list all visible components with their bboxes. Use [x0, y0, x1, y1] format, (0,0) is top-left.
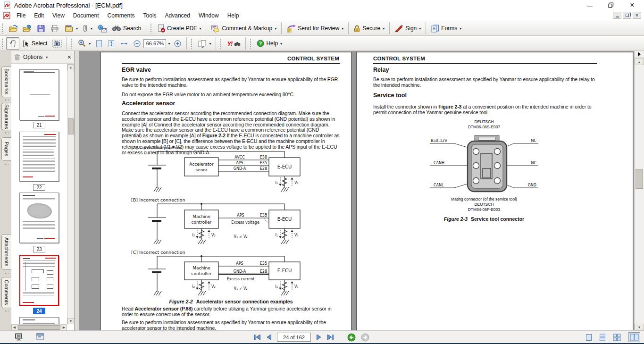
search-button[interactable]: Search — [109, 22, 143, 34]
thumbnail-label-22[interactable]: 22 — [33, 184, 45, 191]
zoom-level-input[interactable]: 66.67% — [143, 39, 166, 48]
thumbnail-page-22[interactable] — [19, 132, 59, 182]
toolbar-grip[interactable] — [250, 38, 252, 49]
comment-markup-button[interactable]: Comment & Markup ▾ — [209, 22, 279, 34]
panel-splitter[interactable] — [75, 51, 79, 330]
window-restore-button[interactable] — [604, 1, 618, 9]
menu-document[interactable]: Document — [69, 11, 103, 20]
document-vertical-scrollbar[interactable]: ▲ ▼ — [634, 51, 644, 330]
save-button[interactable] — [34, 22, 48, 34]
window-close-button[interactable]: × — [625, 1, 639, 9]
tab-grip[interactable] — [3, 310, 9, 312]
tab-pages[interactable]: Pages — [1, 137, 11, 161]
scrollbar-thumb[interactable] — [636, 169, 643, 189]
menu-view[interactable]: View — [48, 11, 69, 20]
scrollbar-thumb[interactable] — [18, 325, 60, 330]
tab-bookmarks[interactable]: Bookmarks — [1, 66, 11, 97]
previous-view-button[interactable] — [347, 333, 356, 342]
document-restore-button[interactable] — [623, 12, 631, 19]
select-tool-button[interactable]: Select — [19, 37, 50, 50]
thumbnail-page-23[interactable] — [19, 193, 59, 243]
sign-button[interactable]: Sign ▾ — [392, 22, 423, 34]
continuous-facing-button[interactable] — [613, 334, 621, 341]
document-area[interactable]: CONTROL SYSTEM EGR valve Be sure to perf… — [79, 51, 634, 330]
single-page-button[interactable] — [585, 334, 592, 341]
open-web-button[interactable] — [20, 22, 34, 34]
thumbnail-label-21[interactable]: 21 — [33, 122, 45, 128]
tab-grip[interactable] — [3, 132, 9, 134]
zoom-level-dropdown[interactable]: ▾ — [166, 37, 171, 50]
menu-comments[interactable]: Comments — [103, 11, 139, 20]
thumbnail-page-21[interactable] — [19, 69, 59, 120]
tab-grip[interactable] — [3, 162, 9, 165]
create-pdf-button[interactable]: Create PDF ▾ — [155, 22, 203, 34]
open-button[interactable] — [6, 22, 20, 34]
collapse-pane-button[interactable] — [635, 51, 644, 58]
snapshot-button[interactable] — [50, 37, 64, 50]
tab-grip[interactable] — [3, 99, 9, 101]
menu-file[interactable]: File — [12, 11, 30, 20]
menu-window[interactable]: Window — [194, 11, 223, 20]
toolbar-grip[interactable] — [1, 38, 4, 49]
document-minimize-button[interactable] — [613, 12, 621, 19]
thumbnail-horizontal-scrollbar[interactable]: ◀ ▶ — [11, 324, 67, 330]
continuous-button[interactable] — [599, 334, 606, 341]
scroll-down-icon[interactable]: ▼ — [67, 318, 74, 324]
thumbnail-vertical-scrollbar[interactable]: ▲ ▼ — [67, 64, 74, 324]
page-number-input[interactable]: 24 of 162 — [277, 333, 311, 342]
scroll-down-icon[interactable]: ▼ — [635, 324, 644, 330]
forms-button[interactable]: Forms ▾ — [428, 22, 464, 34]
tab-signatures[interactable]: Signatures — [1, 103, 11, 130]
thumbnail-page-24[interactable] — [19, 255, 59, 306]
window-minimize-button[interactable] — [583, 1, 597, 9]
thumbnail-page-25-partial[interactable] — [19, 317, 59, 324]
hand-tool-button[interactable] — [6, 37, 19, 50]
document-close-button[interactable]: × — [633, 12, 641, 19]
tab-grip[interactable] — [3, 271, 9, 274]
panel-close-button[interactable]: × — [67, 54, 71, 60]
print-button[interactable] — [48, 22, 62, 34]
status-monitor-icon[interactable] — [14, 333, 24, 341]
zoom-tool-button[interactable]: ▾ — [75, 37, 93, 50]
thumbnail-label-23[interactable]: 23 — [33, 246, 45, 252]
next-page-button[interactable] — [316, 334, 322, 340]
scroll-up-icon[interactable]: ▲ — [635, 59, 644, 65]
yahoo-search-button[interactable]: Y! — [225, 37, 243, 50]
attach-button[interactable]: ▾ — [80, 22, 95, 34]
toolbar-grip[interactable] — [150, 23, 152, 34]
scroll-right-icon[interactable]: ▶ — [61, 325, 67, 330]
toolbar-grip[interactable] — [71, 38, 73, 49]
scrollbar-thumb[interactable] — [68, 118, 74, 134]
zoom-out-button[interactable] — [131, 37, 143, 50]
last-page-button[interactable] — [327, 334, 334, 340]
thumbnail-label-24-selected[interactable]: 24 — [33, 308, 45, 314]
fit-width-button[interactable] — [117, 37, 131, 50]
options-menu[interactable]: Options — [23, 54, 42, 60]
fit-page-button[interactable] — [105, 37, 117, 50]
menu-advanced[interactable]: Advanced — [161, 11, 194, 20]
send-for-review-button[interactable]: Send for Review ▾ — [284, 22, 346, 34]
toolbar-grip[interactable] — [220, 38, 222, 49]
tab-comments[interactable]: Comments — [1, 277, 11, 308]
page-display-button[interactable]: ▾ — [195, 37, 213, 50]
status-window-icon[interactable] — [36, 333, 44, 341]
scroll-left-icon[interactable]: ◀ — [11, 325, 17, 330]
first-page-button[interactable] — [254, 334, 261, 340]
secure-button[interactable]: Secure ▾ — [351, 22, 387, 34]
menu-tools[interactable]: Tools — [139, 11, 161, 20]
tab-attachments[interactable]: Attachments — [1, 234, 11, 270]
previous-page-button[interactable] — [266, 334, 272, 340]
next-view-button[interactable] — [361, 333, 369, 342]
scroll-up-icon[interactable]: ▲ — [67, 64, 74, 70]
toolbar-grip[interactable] — [1, 23, 4, 34]
email-button[interactable] — [95, 22, 109, 34]
menu-help[interactable]: Help — [223, 11, 243, 20]
organizer-button[interactable]: ▾ — [62, 22, 80, 34]
facing-pages-button[interactable] — [628, 332, 640, 342]
zoom-in-button[interactable] — [171, 37, 184, 50]
help-button[interactable]: ? Help ▾ — [254, 37, 284, 50]
toolbar-grip[interactable] — [191, 38, 193, 49]
menu-edit[interactable]: Edit — [30, 11, 48, 20]
actual-size-button[interactable] — [93, 37, 105, 50]
delete-page-icon[interactable] — [14, 54, 20, 60]
